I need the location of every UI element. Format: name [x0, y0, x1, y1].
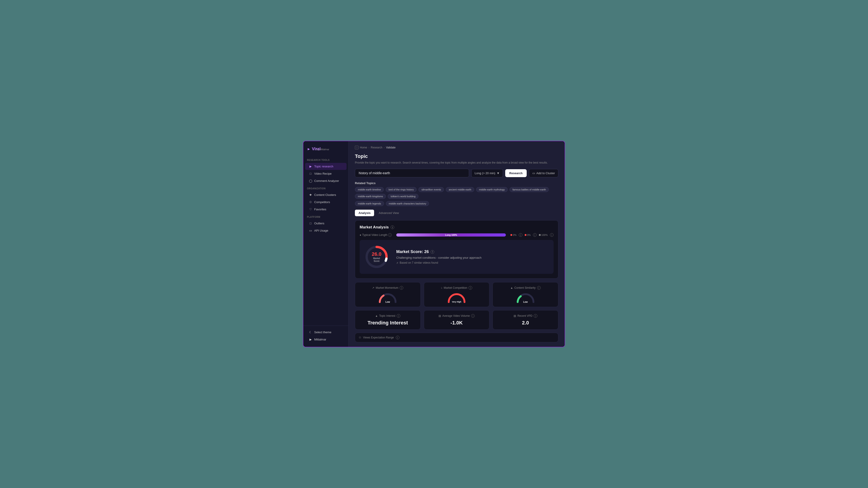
metric-topic-interest-title: ▲ Topic Interest i [359, 314, 417, 318]
views-expectation-info-icon[interactable]: i [396, 336, 399, 339]
avg-volume-value: -1.0K [451, 320, 463, 326]
momentum-info-icon[interactable]: i [400, 286, 403, 290]
bottom-metrics-grid: ▲ Topic Interest i Trending Interest ▤ A… [355, 310, 558, 330]
topic-interest-icon: ▲ [375, 314, 378, 318]
market-score-gauge: 26.0 Market Score [364, 245, 389, 269]
views-expectation-eye-icon: ☉ [359, 336, 361, 339]
research-button[interactable]: Research [505, 169, 527, 177]
sidebar-item-user[interactable]: ▶ Mittalmar [305, 336, 346, 343]
breadcrumb-current: Validate [386, 146, 395, 149]
metric-avg-volume-title: ▤ Average Video Volume i [428, 314, 486, 318]
sidebar-item-comment-analyzer-label: Comment Analyzer [314, 179, 339, 183]
duration-dropdown[interactable]: Long (> 20 min) ▼ [471, 169, 503, 177]
metrics-grid: ↗ Market Momentum i Low ♭ Market Competi… [355, 282, 558, 307]
market-score-title: Market Score: 26 i [396, 250, 482, 254]
similarity-gauge: Low [515, 292, 536, 303]
views-expectation-row: ☉ Views Expectation Range i [355, 333, 558, 342]
cluster-btn-label: Add to Cluster [536, 171, 555, 175]
video-length-badges: 0% i 0% i 100% i [510, 233, 554, 237]
gauge-label: Market Score [370, 257, 383, 263]
sidebar-item-competitors-label: Competitors [314, 200, 330, 204]
market-score-section: 26.0 Market Score Market Score: 26 i Cha… [360, 240, 554, 274]
badge-long-info[interactable]: i [550, 233, 554, 237]
section-label-org: Organization [303, 185, 348, 191]
market-score-info-icon[interactable]: i [431, 250, 434, 254]
similarity-info-icon[interactable]: i [537, 286, 541, 290]
tag-4[interactable]: middle-earth mythology [476, 187, 508, 192]
metric-card-similarity: ▲ Content Similarity i Low [493, 282, 558, 307]
tag-5[interactable]: famous battles of middle-earth [509, 187, 549, 192]
favorites-icon: ♡ [309, 207, 312, 211]
topic-interest-info-icon[interactable]: i [397, 314, 400, 318]
market-score-based: ♬ Based on 7 similar videos found [396, 261, 482, 264]
tag-9[interactable]: middle-earth characters backstory [386, 201, 429, 206]
metric-card-topic-interest: ▲ Topic Interest i Trending Interest [355, 310, 421, 330]
competition-info-icon[interactable]: i [469, 286, 472, 290]
tag-2[interactable]: silmarillion events [418, 187, 444, 192]
comment-analyzer-icon: ◯ [309, 179, 312, 183]
tag-7[interactable]: tolkien's world building [388, 194, 418, 199]
competitors-icon: ☉ [309, 200, 312, 204]
video-length-bar-label: Long 100% [445, 234, 457, 236]
search-input[interactable] [355, 169, 469, 177]
sidebar-item-video-recipe-label: Video Recipe [314, 172, 332, 175]
gauge-inner: 26.0 Market Score [370, 251, 383, 263]
metric-card-avg-volume: ▤ Average Video Volume i -1.0K [424, 310, 490, 330]
badge-short-info[interactable]: i [519, 233, 522, 237]
recent-vpd-info-icon[interactable]: i [534, 314, 537, 318]
add-to-cluster-button[interactable]: ▭ Add to Cluster [529, 169, 558, 177]
sidebar-item-api-usage[interactable]: ▭ API Usage [305, 227, 346, 234]
views-expectation-label: Views Expectation Range [363, 336, 394, 339]
gauge-score: 26.0 [370, 251, 383, 257]
sidebar: ► Viral by Mittalmar Research Tools ▶ To… [303, 141, 348, 347]
avg-volume-info-icon[interactable]: i [471, 314, 475, 318]
tab-analysis[interactable]: Analysis [355, 210, 374, 216]
sidebar-section-platform: Platform □ Outliers ▭ API Usage [303, 213, 348, 234]
breadcrumb-research[interactable]: Research [371, 146, 382, 149]
section-label-platform: Platform [303, 213, 348, 220]
users-icon: ♬ [396, 261, 398, 264]
breadcrumb-home[interactable]: Home [360, 146, 367, 149]
badge-long: 100% [539, 234, 548, 236]
sidebar-item-comment-analyzer[interactable]: ◯ Comment Analyzer [305, 177, 346, 184]
sidebar-item-content-clusters[interactable]: ❖ Content Clusters [305, 191, 346, 198]
user-icon: ▶ [309, 338, 312, 341]
tag-3[interactable]: ancient middle-earth [446, 187, 474, 192]
momentum-gauge-label: Low [385, 301, 390, 303]
sidebar-item-content-clusters-label: Content Clusters [314, 193, 336, 197]
outliers-icon: □ [309, 222, 312, 225]
sidebar-footer: ☾ Select theme ▶ Mittalmar [303, 326, 348, 343]
related-topics-label: Related Topics [355, 182, 558, 185]
sidebar-item-video-recipe[interactable]: □ Video Recipe [305, 170, 346, 177]
app-window: ► Viral by Mittalmar Research Tools ▶ To… [303, 141, 565, 347]
video-length-info-icon[interactable]: i [388, 233, 392, 237]
badge-medium-info[interactable]: i [533, 233, 537, 237]
similarity-gauge-label: Low [523, 301, 528, 303]
video-length-row: ● Typical Video Length i Long 100% 0% i … [360, 233, 554, 237]
clock-icon: ● [360, 233, 361, 236]
sidebar-item-topic-research-label: Topic research [314, 165, 333, 168]
search-row: Long (> 20 min) ▼ Research ▭ Add to Clus… [355, 169, 558, 177]
duration-dropdown-value: Long (> 20 min) [475, 171, 495, 175]
metric-card-competition: ♭ Market Competition i Very High [424, 282, 490, 307]
badge-short: 0% [510, 234, 517, 236]
breadcrumb-sep-2: › [383, 146, 384, 149]
tags-row-2: middle-earth legends middle-earth charac… [355, 201, 558, 206]
sidebar-item-competitors[interactable]: ☉ Competitors [305, 199, 346, 205]
sidebar-item-favorites-label: Favorites [314, 207, 326, 211]
market-analysis-info-icon[interactable]: i [391, 225, 394, 229]
tag-0[interactable]: middle-earth timeline [355, 187, 384, 192]
sidebar-item-api-usage-label: API Usage [314, 229, 328, 232]
market-score-description: Challenging market conditions - consider… [396, 256, 482, 259]
content-clusters-icon: ❖ [309, 193, 312, 197]
sidebar-item-favorites[interactable]: ♡ Favorites [305, 206, 346, 213]
recent-vpd-value: 2.0 [522, 320, 529, 326]
tag-6[interactable]: middle-earth kingdoms [355, 194, 386, 199]
tab-advanced-view[interactable]: Advanced View [375, 210, 402, 216]
sidebar-item-theme[interactable]: ☾ Select theme [305, 329, 346, 336]
page-title: Topic [355, 153, 558, 159]
sidebar-item-outliers[interactable]: □ Outliers [305, 220, 346, 227]
tag-8[interactable]: middle-earth legends [355, 201, 384, 206]
sidebar-item-topic-research[interactable]: ▶ Topic research [305, 163, 346, 170]
tag-1[interactable]: lord of the rings history [385, 187, 416, 192]
